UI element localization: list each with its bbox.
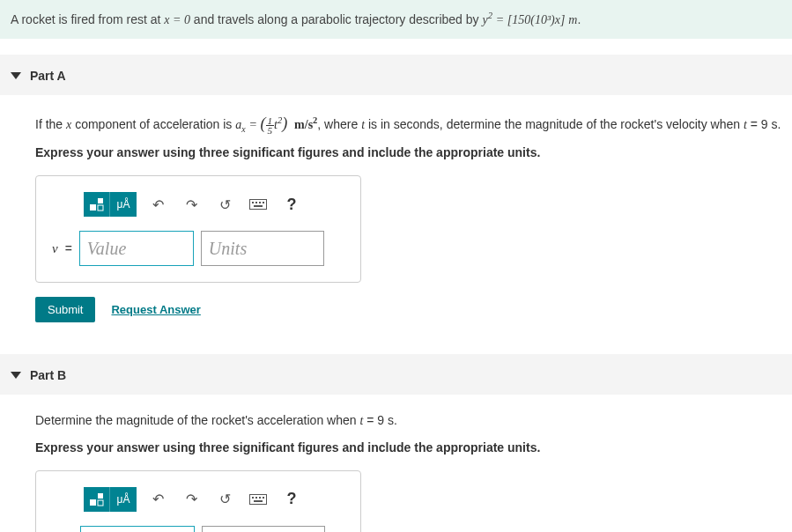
- help-button[interactable]: ?: [279, 192, 304, 217]
- undo-icon: ↶: [152, 196, 164, 213]
- svg-rect-16: [263, 497, 264, 499]
- part-a-var-label: v: [52, 241, 58, 256]
- reset-button[interactable]: ↺: [212, 192, 237, 217]
- part-b-body: Determine the magnitude of the rocket's …: [0, 395, 792, 532]
- qa-ax-sub: x: [241, 124, 245, 134]
- qa-mid2: , where: [317, 117, 361, 131]
- qb-prefix: Determine the magnitude of the rocket's …: [35, 413, 359, 427]
- undo-button[interactable]: ↶: [145, 192, 170, 217]
- svg-rect-8: [254, 205, 263, 207]
- help-button[interactable]: ?: [279, 487, 304, 512]
- problem-suffix: .: [577, 12, 581, 26]
- part-b-title: Part B: [30, 368, 66, 382]
- qa-paren-close: ): [282, 115, 287, 132]
- qa-var-t2: t: [744, 118, 747, 131]
- caret-down-icon: [11, 72, 21, 79]
- format-button-group: μÅ: [84, 192, 137, 217]
- micro-a-icon: μÅ: [117, 198, 130, 211]
- redo-icon: ↷: [186, 491, 197, 507]
- part-b-header[interactable]: Part B: [0, 368, 792, 395]
- special-char-button[interactable]: μÅ: [110, 487, 137, 512]
- units-input[interactable]: Units: [202, 526, 325, 532]
- part-a-submit-row: Submit Request Answer: [35, 297, 792, 322]
- redo-button[interactable]: ↷: [179, 192, 204, 217]
- svg-rect-17: [254, 500, 263, 502]
- keyboard-button[interactable]: [246, 487, 270, 512]
- micro-a-icon: μÅ: [117, 493, 130, 506]
- part-a-body: If the x component of acceleration is ax…: [0, 95, 792, 338]
- svg-rect-11: [98, 500, 103, 506]
- xy-template-icon: [89, 197, 105, 211]
- question-icon: ?: [287, 196, 297, 214]
- svg-rect-14: [255, 497, 257, 499]
- svg-rect-0: [90, 204, 96, 211]
- qa-mid3: is in seconds, determine the magnitude o…: [368, 117, 744, 131]
- problem-text-2: and travels along a parabolic trajectory…: [194, 12, 483, 26]
- qa-var-x: x: [66, 118, 71, 131]
- reset-icon: ↺: [219, 196, 231, 213]
- redo-button[interactable]: ↷: [179, 487, 204, 512]
- qa-mid1: component of acceleration is: [75, 117, 235, 131]
- reset-icon: ↺: [219, 491, 231, 507]
- part-a-instruction: Express your answer using three signific…: [35, 145, 792, 159]
- part-b-section: Part B Determine the magnitude of the ro…: [0, 354, 792, 532]
- part-b-question: Determine the magnitude of the rocket's …: [35, 410, 792, 431]
- special-char-button[interactable]: μÅ: [110, 192, 137, 217]
- undo-button[interactable]: ↶: [145, 487, 170, 512]
- svg-rect-12: [250, 494, 267, 504]
- reset-button[interactable]: ↺: [212, 487, 237, 512]
- svg-rect-3: [250, 200, 267, 210]
- qa-prefix: If the: [35, 117, 66, 131]
- part-a-title: Part A: [30, 69, 66, 83]
- value-input[interactable]: Value: [80, 526, 195, 532]
- part-b-instruction: Express your answer using three signific…: [35, 440, 792, 454]
- part-a-question: If the x component of acceleration is ax…: [35, 111, 792, 137]
- part-a-header[interactable]: Part A: [0, 69, 792, 95]
- part-a-section: Part A If the x component of acceleratio…: [0, 55, 792, 338]
- qa-frac: 15: [266, 116, 275, 135]
- format-button-group: μÅ: [84, 487, 137, 512]
- svg-rect-1: [98, 198, 103, 203]
- svg-rect-4: [252, 202, 254, 203]
- template-button[interactable]: [84, 192, 110, 217]
- part-a-input-row: v = Value Units: [52, 231, 344, 266]
- svg-rect-10: [98, 493, 103, 499]
- qb-tval: = 9 s.: [366, 413, 397, 427]
- part-a-eq-sign: =: [65, 241, 72, 255]
- keyboard-icon: [249, 494, 267, 505]
- part-a-toolbar: μÅ ↶ ↷ ↺ ?: [84, 192, 344, 217]
- svg-rect-13: [252, 497, 254, 499]
- qa-eq: =: [249, 118, 261, 131]
- units-input[interactable]: Units: [201, 231, 324, 266]
- problem-eq2-sup: 2: [488, 11, 492, 20]
- problem-statement: A rocket is fired from rest at x = 0 and…: [0, 0, 792, 39]
- part-a-answer-area: μÅ ↶ ↷ ↺ ? v = Value Units: [35, 175, 361, 283]
- qb-var-t: t: [359, 414, 363, 427]
- caret-down-icon: [11, 372, 21, 379]
- keyboard-button[interactable]: [246, 192, 270, 217]
- qa-frac-den: 5: [266, 126, 275, 135]
- part-b-answer-area: μÅ ↶ ↷ ↺ ? a = Value Units: [35, 470, 361, 532]
- svg-rect-6: [259, 202, 261, 203]
- svg-rect-15: [259, 497, 261, 499]
- qa-units1: m/s: [294, 118, 313, 131]
- svg-rect-7: [263, 202, 264, 203]
- problem-text-1: A rocket is fired from rest at: [11, 12, 164, 26]
- problem-unit: m: [568, 13, 577, 26]
- qa-tval: = 9 s.: [751, 117, 781, 131]
- undo-icon: ↶: [152, 491, 164, 507]
- question-icon: ?: [287, 490, 297, 508]
- qa-var-t: t: [361, 118, 365, 131]
- redo-icon: ↷: [186, 196, 197, 213]
- xy-template-icon: [89, 492, 105, 506]
- keyboard-icon: [249, 199, 267, 210]
- value-input[interactable]: Value: [79, 231, 194, 266]
- template-button[interactable]: [84, 487, 110, 512]
- svg-rect-5: [255, 202, 257, 203]
- part-b-input-row: a = Value Units: [52, 526, 344, 532]
- request-answer-link[interactable]: Request Answer: [111, 303, 200, 316]
- svg-rect-2: [98, 205, 103, 211]
- problem-eq2-eq: =: [496, 13, 507, 26]
- submit-button[interactable]: Submit: [35, 297, 95, 322]
- part-b-toolbar: μÅ ↶ ↷ ↺ ?: [84, 487, 344, 512]
